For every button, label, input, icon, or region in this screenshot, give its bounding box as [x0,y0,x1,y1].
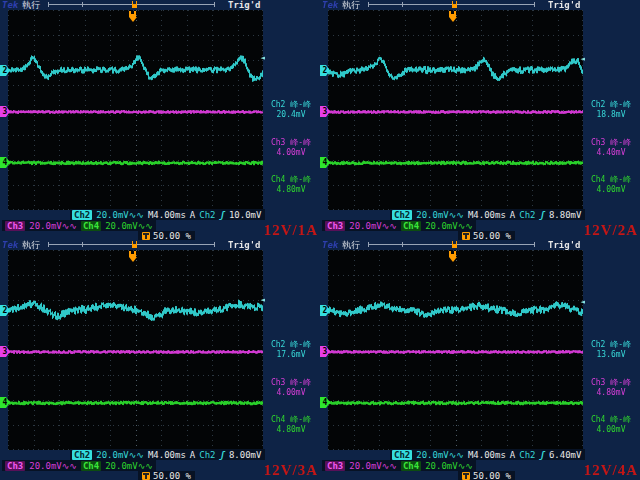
meas-channel: Ch2 [271,100,285,109]
record-bar-tick [368,242,369,247]
graticule-display: ◄ [8,10,263,210]
timebase: M4.00ms [148,450,186,460]
scope-topbar: Tek 執行 Trig'd [320,240,640,250]
graticule-display: ◄ [328,250,583,450]
ch2-readout-row: Ch2 20.0mV∿∿ M4.00ms A Ch2 ʃ 6.40mV [390,449,585,460]
record-bar-tick [214,2,215,7]
coupling-icon: ∿∿ [458,221,473,231]
meas-type: 峰-峰 [610,175,631,184]
meas-channel: Ch2 [591,100,605,109]
trigger-source: Ch2 [199,450,215,460]
trigger-level-value: 6.40mV [549,450,582,460]
meas-title: Ch4 峰-峰 [262,175,320,185]
meas-channel: Ch3 [271,378,285,387]
meas-type: 峰-峰 [290,415,311,424]
rising-edge-icon: ʃ [540,210,545,220]
scale-value: 20.0mV [96,450,129,460]
acquisition-status: 執行 [342,240,360,250]
meas-title: Ch4 峰-峰 [262,415,320,425]
trigger-position-icon [129,251,137,262]
ch4-tag: Ch4 [401,221,421,231]
meas-value: 4.00mV [582,425,640,435]
waveform-display [8,250,263,450]
meas-title: Ch2 峰-峰 [582,100,640,110]
record-bar-tick [48,242,49,247]
meas-type: 峰-峰 [290,138,311,147]
ch2-pkpk-measurement: Ch2 峰-峰 18.8mV [582,100,640,120]
ch3-ch4-readout-row: Ch3 20.0mV∿∿ Ch4 20.0mV∿∿ [322,460,476,471]
meas-title: Ch3 峰-峰 [582,378,640,388]
trigger-status: Trig'd [548,240,581,250]
meas-value: 4.00mV [582,185,640,195]
meas-type: 峰-峰 [610,138,631,147]
coupling-icon: ∿∿ [138,461,153,471]
ch4-tag: Ch4 [81,461,101,471]
trigger-position-marker-icon [132,1,137,8]
record-bar-tick [402,2,403,7]
trigger-arrow-icon [129,17,137,22]
coupling-icon: ∿∿ [449,210,464,220]
scope-quadrant-12v-2a: Tek 執行 Trig'd ◄ 2 3 4 Ch2 峰-峰 18.8mV [320,0,640,240]
meas-title: Ch3 峰-峰 [262,138,320,148]
trigger-position-mini-icon [142,232,150,240]
meas-title: Ch2 峰-峰 [262,100,320,110]
meas-title: Ch2 峰-峰 [262,340,320,350]
ch4-tag: Ch4 [401,461,421,471]
meas-title: Ch3 峰-峰 [262,378,320,388]
trigger-position-marker-icon [452,241,457,248]
ch3-ch4-readout-row: Ch3 20.0mV∿∿ Ch4 20.0mV∿∿ [2,460,156,471]
meas-title: Ch4 峰-峰 [582,415,640,425]
trigger-flag-icon [449,251,456,257]
ch2-tag: Ch2 [72,210,92,220]
ch2-pkpk-measurement: Ch2 峰-峰 13.6mV [582,340,640,360]
ch4-scale: 20.0mV∿∿ [105,221,153,231]
record-bar-tick [82,242,83,247]
ch3-ch4-readout-row: Ch3 20.0mV∿∿ Ch4 20.0mV∿∿ [322,220,476,231]
tek-logo: Tek [2,240,18,250]
coupling-icon: ∿∿ [382,461,397,471]
trigger-position-marker-icon [452,1,457,8]
meas-channel: Ch3 [271,138,285,147]
meas-type: 峰-峰 [290,378,311,387]
trigger-arrow-icon [449,17,457,22]
trigger-level-icon: ◄ [261,297,265,304]
ch3-scale: 20.0mV∿∿ [29,461,77,471]
timebase: M4.00ms [468,210,506,220]
trigger-flag-icon [449,11,456,17]
scale-value: 20.0mV [425,461,458,471]
ch4-scale: 20.0mV∿∿ [425,461,473,471]
trigger-level-value: 8.00mV [229,450,262,460]
ch3-scale: 20.0mV∿∿ [349,221,397,231]
meas-type: 峰-峰 [610,415,631,424]
scope-capture-grid: Tek 執行 Trig'd ◄ 2 3 4 Ch2 峰-峰 20.4mV [0,0,640,480]
trigger-position-mini-icon [462,472,470,480]
load-condition-label: 12V/3A [264,462,318,479]
meas-value: 17.6mV [262,350,320,360]
trigger-mode: A [190,210,195,220]
rising-edge-icon: ʃ [540,450,545,460]
scope-quadrant-12v-3a: Tek 執行 Trig'd ◄ 2 3 4 Ch2 峰-峰 17.6mV [0,240,320,480]
coupling-icon: ∿∿ [458,461,473,471]
ch3-tag: Ch3 [325,461,345,471]
record-bar-tick [534,2,535,7]
scale-value: 20.0mV [105,461,138,471]
ch4-pkpk-measurement: Ch4 峰-峰 4.80mV [262,415,320,435]
coupling-icon: ∿∿ [129,450,144,460]
trigger-position-mini-icon [462,232,470,240]
meas-channel: Ch2 [271,340,285,349]
trigger-status: Trig'd [228,0,261,10]
ch4-scale: 20.0mV∿∿ [105,461,153,471]
ch2-readout-row: Ch2 20.0mV∿∿ M4.00ms A Ch2 ʃ 8.80mV [390,209,585,220]
horizontal-position-readout: 50.00 % [458,471,515,480]
acquisition-status: 執行 [22,240,40,250]
graticule-display: ◄ [8,250,263,450]
ch3-pkpk-measurement: Ch3 峰-峰 4.40mV [582,138,640,158]
meas-type: 峰-峰 [610,340,631,349]
meas-channel: Ch3 [591,138,605,147]
rising-edge-icon: ʃ [220,210,225,220]
load-condition-label: 12V/2A [584,222,638,239]
horizontal-position-value: 50.00 % [473,471,511,480]
acquisition-status: 執行 [342,0,360,10]
timebase: M4.00ms [148,210,186,220]
waveform-display [328,250,583,450]
